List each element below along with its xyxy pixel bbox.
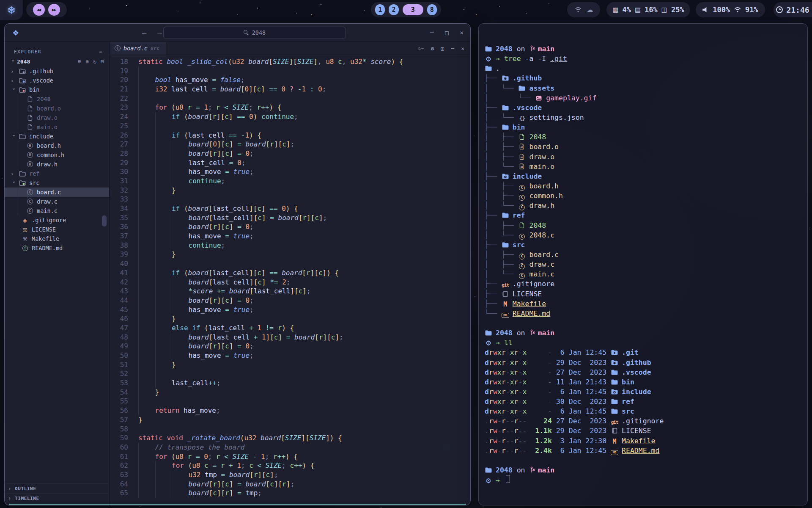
settings-gear-icon[interactable]: ⚙ — [431, 45, 434, 52]
media-previous-button[interactable]: ◀◀ — [33, 4, 45, 16]
command-center-search[interactable]: 2048 — [163, 27, 346, 39]
md-icon: MD — [611, 450, 618, 455]
code-line-18[interactable]: 18static bool _slide_col(u32 board[SIZE]… — [110, 57, 470, 66]
explorer-item-common.h[interactable]: Hcommon.h — [5, 150, 109, 160]
explorer-item-draw.o[interactable]: draw.o — [5, 113, 109, 122]
code-line-26[interactable]: 26if (last_cell == -1) { — [110, 131, 470, 140]
code-line-48[interactable]: 48board[last_cell + 1][c] = board[r][c]; — [110, 333, 470, 342]
code-line-39[interactable]: 39} — [110, 250, 470, 259]
code-line-55[interactable]: 55 — [110, 397, 470, 406]
code-line-51[interactable]: 51} — [110, 360, 470, 370]
code-line-40[interactable]: 40 — [110, 259, 470, 268]
explorer-item-Makefile[interactable]: ⚒Makefile — [5, 234, 109, 243]
timeline-section[interactable]: › TIMELINE — [5, 493, 109, 503]
explorer-item-board.c[interactable]: Cboard.c — [5, 188, 109, 197]
code-line-38[interactable]: 38continue; — [110, 241, 470, 250]
code-line-50[interactable]: 50has_move = true; — [110, 351, 470, 360]
code-line-27[interactable]: 27board[0][c] = board[r][c]; — [110, 140, 470, 149]
code-line-60[interactable]: 60// transpose the board — [110, 443, 470, 452]
close-button[interactable]: × — [460, 29, 464, 36]
code-editor[interactable]: 18static bool _slide_col(u32 board[SIZE]… — [110, 55, 470, 505]
code-line-37[interactable]: 37has_move = true; — [110, 232, 470, 241]
code-line-41[interactable]: 41if (board[last_cell][c] == board[r][c]… — [110, 268, 470, 278]
code-line-29[interactable]: 29last_cell = 0; — [110, 158, 470, 168]
code-line-65[interactable]: 65board[c][r] = tmp; — [110, 489, 470, 498]
code-line-54[interactable]: 54} — [110, 388, 470, 397]
workspace-button-3[interactable]: 3 — [403, 4, 423, 15]
nix-launcher-tile[interactable]: ❄ — [0, 0, 23, 20]
code-line-21[interactable]: 21i32 last_cell = board[0][c] == 0 ? -1 … — [110, 85, 470, 94]
explorer-item-board.o[interactable]: board.o — [5, 104, 109, 113]
explorer-item-main.c[interactable]: Cmain.c — [5, 206, 109, 215]
code-line-49[interactable]: 49board[r][c] = 0; — [110, 342, 470, 351]
navigate-forward-button[interactable]: → — [156, 28, 163, 37]
media-next-button[interactable]: ▶▶ — [48, 4, 60, 16]
explorer-more-actions-icon[interactable]: ⋯ — [99, 48, 102, 55]
code-line-45[interactable]: 45has_move = true; — [110, 305, 470, 315]
maximize-button[interactable]: □ — [445, 29, 448, 36]
code-line-63[interactable]: 63u32 tmp = board[r][c]; — [110, 470, 470, 480]
code-line-33[interactable]: 33 — [110, 195, 470, 204]
code-line-57[interactable]: 57} — [110, 415, 470, 425]
tab-board.c[interactable]: C board.c src — [110, 42, 166, 55]
minimize-button[interactable]: ─ — [430, 29, 433, 36]
workspace-button-2[interactable]: 2 — [389, 4, 398, 15]
code-line-35[interactable]: 35board[last_cell][c] = board[r][c]; — [110, 213, 470, 223]
explorer-item-LICENSE[interactable]: ⚖LICENSE — [5, 225, 109, 234]
code-line-23[interactable]: 23for (u8 r = 1; r < SIZE; r++) { — [110, 103, 470, 112]
code-line-31[interactable]: 31continue; — [110, 177, 470, 186]
sidebar-scrollbar[interactable] — [102, 215, 107, 226]
code-line-28[interactable]: 28board[r][c] = 0; — [110, 149, 470, 158]
run-debug-icon[interactable]: ▷▾ — [419, 45, 424, 51]
code-line-47[interactable]: 47else if (last_cell + 1 != r) { — [110, 323, 470, 333]
code-line-24[interactable]: 24if (board[r][c] == 0) continue; — [110, 112, 470, 121]
line-number: 42 — [110, 278, 128, 287]
outline-section[interactable]: › OUTLINE — [5, 483, 109, 493]
terminal-window[interactable]: 2048 on main⚙→ tree -a -I .git.├── .gith… — [478, 23, 808, 505]
code-line-32[interactable]: 32} — [110, 186, 470, 195]
explorer-item-2048[interactable]: 2048 — [5, 94, 109, 104]
new-file-icon[interactable]: ⊞ — [78, 58, 82, 65]
code-line-30[interactable]: 30has_move = true; — [110, 167, 470, 177]
explorer-item-ref[interactable]: ›ref — [5, 169, 109, 178]
code-line-46[interactable]: 46} — [110, 314, 470, 323]
collapse-all-icon[interactable]: ⊟ — [101, 58, 104, 65]
explorer-item-include[interactable]: ›include — [5, 132, 109, 141]
explorer-item-draw.c[interactable]: Cdraw.c — [5, 197, 109, 206]
refresh-icon[interactable]: ↻ — [93, 58, 96, 65]
explorer-item-src[interactable]: ›src — [5, 178, 109, 188]
code-line-44[interactable]: 44board[r][c] = 0; — [110, 296, 470, 305]
explorer-item-main.o[interactable]: main.o — [5, 122, 109, 132]
split-editor-icon[interactable]: ◫ — [441, 45, 444, 52]
workspace-button-1[interactable]: 1 — [375, 4, 385, 15]
explorer-item-draw.h[interactable]: Hdraw.h — [5, 160, 109, 169]
explorer-item-.gitignore[interactable]: ◈.gitignore — [5, 215, 109, 225]
explorer-item-README.md[interactable]: iREADME.md — [5, 243, 109, 253]
code-line-52[interactable]: 52 — [110, 369, 470, 378]
explorer-item-board.h[interactable]: Hboard.h — [5, 141, 109, 150]
code-line-59[interactable]: 59static void _rotate_board(u32 board[SI… — [110, 433, 470, 443]
code-line-64[interactable]: 64board[r][c] = board[c][r]; — [110, 480, 470, 489]
close-editor-icon[interactable]: × — [461, 45, 464, 52]
new-folder-icon[interactable]: ⊕ — [86, 58, 89, 65]
explorer-item-.vscode[interactable]: ›.vscode — [5, 76, 109, 85]
code-line-56[interactable]: 56return has_move; — [110, 406, 470, 415]
code-line-43[interactable]: 43*score += board[last_cell][c]; — [110, 287, 470, 296]
code-line-19[interactable]: 19 — [110, 66, 470, 76]
explorer-item-bin[interactable]: ›bin — [5, 85, 109, 94]
code-line-42[interactable]: 42board[last_cell][c] *= 2; — [110, 278, 470, 287]
navigate-back-button[interactable]: ← — [141, 28, 148, 37]
project-root-row[interactable]: › 2048 ⊞ ⊕ ↻ ⊟ — [5, 56, 109, 66]
code-line-53[interactable]: 53last_cell++; — [110, 378, 470, 388]
workspace-button-8[interactable]: 8 — [427, 4, 437, 15]
code-line-62[interactable]: 62for (u8 c = r + 1; c < SIZE; c++) { — [110, 461, 470, 470]
code-line-58[interactable]: 58 — [110, 425, 470, 434]
more-actions-icon[interactable]: ⋯ — [451, 45, 454, 52]
code-line-20[interactable]: 20bool has_move = false; — [110, 75, 470, 85]
code-line-61[interactable]: 61for (u8 r = 0; r < SIZE - 1; r++) { — [110, 452, 470, 461]
code-line-34[interactable]: 34if (board[last_cell][c] == 0) { — [110, 204, 470, 213]
code-line-22[interactable]: 22 — [110, 94, 470, 103]
code-line-36[interactable]: 36board[r][c] = 0; — [110, 222, 470, 232]
explorer-item-.github[interactable]: ›.github — [5, 66, 109, 76]
code-line-25[interactable]: 25 — [110, 121, 470, 131]
